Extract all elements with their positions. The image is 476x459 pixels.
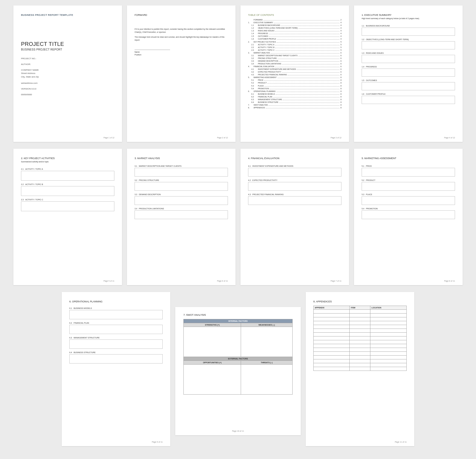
- toc-dots: [264, 86, 340, 87]
- field-box[interactable]: [135, 182, 228, 191]
- appendix-cell[interactable]: [370, 359, 407, 363]
- swot-threats-cell[interactable]: [241, 365, 293, 395]
- appendix-cell[interactable]: [314, 363, 350, 367]
- appendix-cell[interactable]: [314, 367, 350, 371]
- field-text: PRICE: [366, 165, 372, 167]
- appendix-cell[interactable]: [370, 344, 407, 348]
- toc-num: 1.4: [251, 32, 256, 35]
- field-box[interactable]: [135, 210, 228, 219]
- appendix-cell[interactable]: [350, 336, 370, 340]
- appendix-cell[interactable]: [314, 325, 350, 329]
- field-box[interactable]: [362, 82, 455, 90]
- appendix-cell[interactable]: [370, 352, 407, 356]
- appendix-cell[interactable]: [314, 336, 350, 340]
- field-box[interactable]: [362, 28, 455, 36]
- appendix-cell[interactable]: [370, 348, 407, 352]
- appendix-cell[interactable]: [314, 329, 350, 333]
- field-box[interactable]: [21, 201, 114, 211]
- field-box[interactable]: [362, 182, 455, 191]
- appendix-cell[interactable]: [370, 356, 407, 359]
- appendix-cell[interactable]: [314, 340, 350, 344]
- toc-dots: [264, 81, 340, 81]
- field-box[interactable]: [135, 168, 228, 177]
- toc-row: 3.2PRICING STRUCTURE6: [248, 57, 341, 60]
- swot-opportunities-cell[interactable]: [184, 365, 241, 395]
- appendix-cell[interactable]: [350, 314, 370, 317]
- appendix-cell[interactable]: [314, 352, 350, 356]
- swot-weaknesses-cell[interactable]: [241, 327, 293, 357]
- appendix-cell[interactable]: [350, 352, 370, 356]
- appendix-cell[interactable]: [314, 317, 350, 321]
- appendix-row: [314, 344, 407, 348]
- field-box[interactable]: [248, 182, 341, 191]
- appendix-cell[interactable]: [350, 356, 370, 359]
- toc-num: 1.3: [251, 29, 256, 32]
- appendix-cell[interactable]: [350, 310, 370, 314]
- toc-dots: [277, 42, 340, 43]
- appendix-cell[interactable]: [314, 348, 350, 352]
- appendix-cell[interactable]: [370, 325, 407, 329]
- appendix-cell[interactable]: [350, 329, 370, 333]
- field-box[interactable]: [362, 41, 455, 49]
- toc-num: 4.: [248, 65, 252, 68]
- appendix-cell[interactable]: [350, 325, 370, 329]
- field-box[interactable]: [362, 196, 455, 205]
- page-footer-2: Page 2 of 12: [217, 137, 228, 139]
- appendix-cell[interactable]: [370, 317, 407, 321]
- swot-strengths-cell[interactable]: [184, 327, 241, 357]
- field-box[interactable]: [362, 168, 455, 177]
- toc-page: 6: [340, 68, 341, 71]
- appendix-cell[interactable]: [350, 317, 370, 321]
- appendix-cell[interactable]: [370, 310, 407, 314]
- field-number: 3.4: [135, 208, 137, 210]
- field-box[interactable]: [248, 196, 341, 205]
- field-box[interactable]: [362, 55, 455, 63]
- appendix-cell[interactable]: [350, 348, 370, 352]
- appendix-cell[interactable]: [370, 314, 407, 317]
- toc-label: RISKS AND ISSUES: [258, 29, 274, 32]
- appendix-cell[interactable]: [370, 363, 407, 367]
- toc-label: PRICING STRUCTURE: [258, 57, 277, 60]
- field-box[interactable]: [69, 339, 163, 349]
- appendix-cell[interactable]: [314, 321, 350, 325]
- toc-heading: TABLE OF CONTENTS: [248, 14, 341, 16]
- field-box[interactable]: [362, 96, 455, 104]
- appendix-cell[interactable]: [314, 344, 350, 348]
- field-box[interactable]: [21, 186, 114, 196]
- appendix-cell[interactable]: [350, 344, 370, 348]
- appendix-cell[interactable]: [370, 367, 407, 371]
- field-box[interactable]: [362, 68, 455, 77]
- appendix-cell[interactable]: [314, 359, 350, 363]
- appendix-cell[interactable]: [350, 321, 370, 325]
- field-box[interactable]: [69, 325, 163, 334]
- toc-page: 8: [340, 104, 341, 106]
- appendix-cell[interactable]: [314, 333, 350, 336]
- field-box[interactable]: [69, 354, 163, 363]
- appendix-cell[interactable]: [314, 314, 350, 317]
- appendix-cell[interactable]: [350, 340, 370, 344]
- forward-body: If it is your intention to publish this …: [135, 28, 228, 44]
- toc-dots: [267, 83, 340, 84]
- appendix-cell[interactable]: [314, 356, 350, 359]
- field-box[interactable]: [362, 210, 455, 219]
- field-box[interactable]: [248, 168, 341, 177]
- marketing-assessment-fields: 5.1PRICE5.2PRODUCT5.3PLACE5.4PROMOTION: [362, 162, 455, 219]
- toc-dots: [288, 75, 340, 75]
- title-block: PROJECT TITLE BUSINESS PROJECT REPORT: [21, 41, 114, 51]
- field-box[interactable]: [135, 196, 228, 205]
- appendix-cell[interactable]: [350, 367, 370, 371]
- appendix-cell[interactable]: [370, 336, 407, 340]
- appendix-cell[interactable]: [370, 333, 407, 336]
- toc-label: FINANCIAL EVALUATION: [254, 65, 274, 68]
- field-box[interactable]: [69, 310, 163, 319]
- appendix-cell[interactable]: [350, 363, 370, 367]
- appendix-row: [314, 317, 407, 321]
- field-number: 5.4: [362, 208, 364, 210]
- appendix-cell[interactable]: [370, 329, 407, 333]
- appendix-cell[interactable]: [370, 321, 407, 325]
- field-box[interactable]: [21, 171, 114, 181]
- appendix-cell[interactable]: [370, 340, 407, 344]
- appendix-cell[interactable]: [350, 333, 370, 336]
- appendix-cell[interactable]: [314, 310, 350, 314]
- appendix-cell[interactable]: [350, 359, 370, 363]
